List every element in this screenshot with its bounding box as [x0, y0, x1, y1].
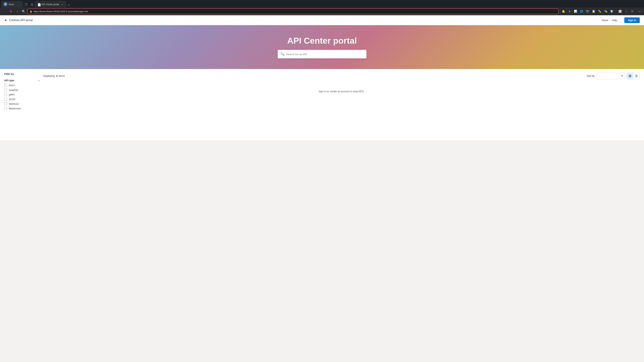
lock-icon: 🔒 — [30, 10, 32, 13]
grid-view-button[interactable] — [627, 73, 633, 79]
app-header: ✦ Contoso API portal Home Help Sign in — [0, 15, 644, 25]
extension-3-icon[interactable]: 📋 — [591, 9, 596, 14]
svg-rect-1 — [630, 75, 631, 76]
profile-tab[interactable]: W Work — [2, 1, 23, 7]
favorites-icon[interactable]: ★ — [567, 9, 572, 14]
filter-item-soap[interactable]: SOAP — [4, 98, 40, 101]
filter-checkbox-grpc[interactable] — [4, 93, 7, 96]
hero-section: API Center portal 🔍 — [0, 25, 644, 69]
filter-collapse-icon[interactable]: ∧ — [38, 79, 40, 82]
toolbar-divider — [616, 9, 616, 13]
search-input[interactable] — [286, 53, 364, 56]
search-button[interactable]: 🔍 — [21, 9, 26, 14]
filter-item-graphql[interactable]: GraphQL — [4, 88, 40, 91]
filter-sidebar: Filter by API type ∧ REST GraphQL gRPC — [4, 73, 40, 136]
minimize-button[interactable]: — — [637, 9, 642, 14]
active-tab[interactable]: 📄 API Center portal × — [35, 1, 66, 7]
favorites-bar-icon[interactable]: ☆ — [624, 9, 629, 14]
displaying-label: Displaying — [43, 74, 55, 77]
sort-controls: Sort by Name Created date Modified date — [587, 73, 640, 79]
filter-checkbox-websocket[interactable] — [4, 107, 7, 110]
sort-select[interactable]: Name Created date Modified date — [596, 73, 625, 79]
app-content: ✦ Contoso API portal Home Help Sign in A… — [0, 15, 644, 140]
search-box: 🔍 — [278, 50, 366, 58]
sort-label: Sort by — [587, 74, 595, 77]
filter-item-grpc[interactable]: gRPC — [4, 93, 40, 96]
extension-6-icon[interactable]: 🛡️ — [609, 9, 614, 14]
svg-rect-3 — [630, 76, 631, 77]
address-bar-row: ← ↻ ⌂ 🔍 🔒 🔔 ★ 📊 🌐 📷 📋 ✏️ 🎭 🛡️ 🪟 ☆ ☰ — — [0, 7, 644, 15]
back-button[interactable]: ← — [2, 9, 7, 14]
browser-toolbar: 🔔 ★ 📊 🌐 📷 📋 ✏️ 🎭 🛡️ 🪟 ☆ ☰ — — [561, 9, 642, 14]
home-nav-link[interactable]: Home — [602, 19, 608, 22]
extension-1-icon[interactable]: 🌐 — [579, 9, 584, 14]
filter-item-websocket[interactable]: WebSocket — [4, 107, 40, 110]
copy-tab-button[interactable]: ❐ — [23, 2, 29, 7]
filter-label-webhook: Webhook — [9, 103, 19, 105]
items-count: Displaying 0 items — [43, 74, 65, 77]
filter-item-webhook[interactable]: Webhook — [4, 102, 40, 105]
help-nav-link[interactable]: Help — [612, 19, 617, 22]
extension-4-icon[interactable]: ✏️ — [597, 9, 602, 14]
extension-2-icon[interactable]: 📷 — [585, 9, 590, 14]
svg-rect-0 — [629, 75, 630, 76]
url-input[interactable] — [34, 10, 556, 13]
list-view-button[interactable] — [633, 73, 640, 79]
filter-section-title: API type — [4, 79, 14, 82]
hero-title: API Center portal — [287, 36, 357, 46]
browser-menu-icon[interactable]: ☰ — [630, 9, 635, 14]
address-bar[interactable]: 🔒 — [27, 8, 558, 14]
profile-tab-label: Work — [8, 3, 14, 6]
search-icon: 🔍 — [280, 52, 284, 56]
content-toolbar: Displaying 0 items Sort by Name Created … — [43, 73, 640, 79]
svg-rect-5 — [635, 76, 638, 76]
active-tab-label: API Center portal — [41, 3, 59, 6]
tab-favicon: 📄 — [38, 3, 40, 6]
filter-checkbox-webhook[interactable] — [4, 102, 7, 105]
filter-label-graphql: GraphQL — [9, 89, 18, 91]
logo-icon: ✦ — [4, 18, 7, 22]
filter-section-api-type: API type ∧ REST GraphQL gRPC SOAP — [4, 79, 40, 110]
app-logo: ✦ Contoso API portal — [4, 18, 33, 22]
filter-label-rest: REST — [9, 84, 15, 87]
app-name: Contoso API portal — [9, 19, 33, 22]
app-nav: Home Help Sign in — [602, 17, 640, 23]
refresh-button[interactable]: ↻ — [8, 9, 14, 14]
new-tab-button[interactable]: + — [66, 2, 72, 7]
tab-close-button[interactable]: × — [61, 3, 64, 6]
sign-in-button[interactable]: Sign in — [624, 17, 640, 23]
filter-label-websocket: WebSocket — [9, 107, 20, 110]
filter-checkbox-rest[interactable] — [4, 84, 7, 87]
home-button[interactable]: ⌂ — [14, 9, 20, 14]
view-toggle — [626, 73, 640, 79]
notifications-icon[interactable]: 🔔 — [561, 9, 566, 14]
sign-in-message: Sign in or create an account to view API… — [43, 90, 640, 93]
profile-avatar: W — [4, 2, 8, 6]
extension-5-icon[interactable]: 🎭 — [603, 9, 608, 14]
filter-checkbox-soap[interactable] — [4, 98, 7, 101]
item-count: 0 — [56, 74, 58, 77]
browser-chrome: W Work ❐ ☰ 📄 API Center portal × + ← ↻ ⌂… — [0, 0, 644, 15]
items-label: items — [59, 74, 65, 77]
sidebar-toggle-button[interactable]: ☰ — [29, 2, 35, 7]
svg-rect-4 — [635, 75, 638, 75]
split-view-icon[interactable]: 🪟 — [617, 9, 623, 14]
svg-rect-2 — [629, 76, 630, 77]
collections-icon[interactable]: 📊 — [573, 9, 578, 14]
nav-divider — [620, 18, 621, 23]
svg-rect-6 — [635, 77, 638, 77]
filter-item-rest[interactable]: REST — [4, 84, 40, 87]
main-content: Filter by API type ∧ REST GraphQL gRPC — [0, 69, 644, 140]
filter-section-header[interactable]: API type ∧ — [4, 79, 40, 82]
filter-checkbox-graphql[interactable] — [4, 88, 7, 91]
filter-title: Filter by — [4, 73, 40, 75]
filter-label-soap: SOAP — [9, 98, 15, 101]
tab-bar: W Work ❐ ☰ 📄 API Center portal × + — [0, 0, 644, 7]
filter-label-grpc: gRPC — [9, 93, 15, 96]
content-area: Displaying 0 items Sort by Name Created … — [43, 73, 640, 136]
